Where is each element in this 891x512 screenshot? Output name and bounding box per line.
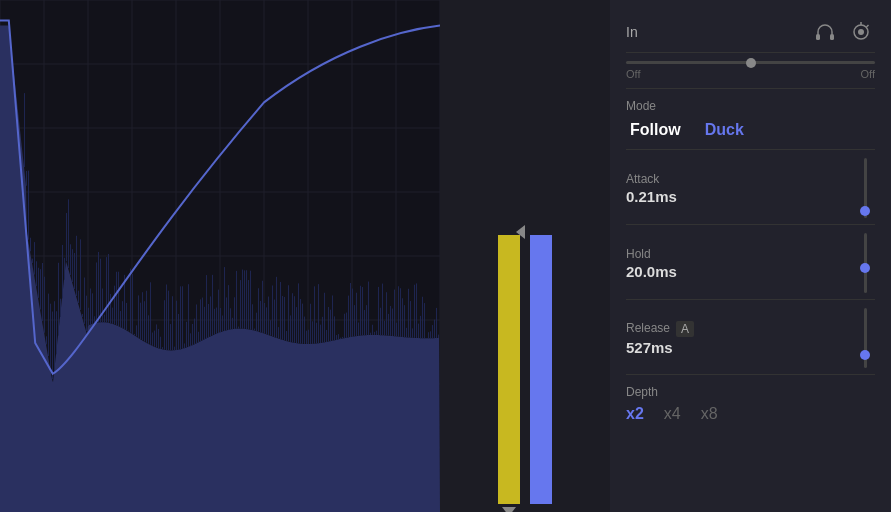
release-slider-track[interactable]	[864, 308, 867, 368]
off-labels: Off Off	[626, 68, 875, 89]
release-slider-thumb[interactable]	[860, 350, 870, 360]
release-header: Release A	[626, 321, 855, 337]
depth-section: Depth x2 x4 x8	[626, 375, 875, 429]
monitor-icon[interactable]	[847, 18, 875, 46]
hold-section: Hold 20.0ms	[626, 225, 875, 300]
blue-meter-bar	[530, 235, 552, 505]
main-slider-track[interactable]	[626, 61, 875, 64]
release-slider-container	[855, 308, 875, 368]
main-slider-thumb[interactable]	[746, 58, 756, 68]
follow-button[interactable]: Follow	[626, 119, 685, 141]
release-value: 527ms	[626, 339, 855, 356]
off-left-label: Off	[626, 68, 640, 80]
yellow-meter-bar	[498, 235, 520, 505]
duck-button[interactable]: Duck	[701, 119, 748, 141]
in-row: In	[626, 10, 875, 53]
bottom-arrow	[502, 507, 516, 512]
off-right-label: Off	[861, 68, 875, 80]
attack-section: Attack 0.21ms	[626, 150, 875, 225]
mode-section: Mode Follow Duck	[626, 89, 875, 150]
hold-slider-track[interactable]	[864, 233, 867, 293]
depth-label: Depth	[626, 385, 875, 399]
depth-x2-button[interactable]: x2	[626, 405, 644, 423]
svg-point-3	[858, 29, 864, 35]
slider-row	[626, 53, 875, 68]
waveform-canvas	[0, 0, 440, 512]
in-label: In	[626, 24, 638, 40]
headphone-icon[interactable]	[811, 18, 839, 46]
release-label: Release	[626, 321, 670, 335]
release-section: Release A 527ms	[626, 300, 875, 375]
attack-label: Attack	[626, 172, 855, 186]
svg-rect-1	[830, 34, 834, 40]
hold-slider-container	[855, 233, 875, 293]
depth-x4-button[interactable]: x4	[664, 405, 681, 423]
meters-area	[440, 0, 610, 512]
attack-slider-track[interactable]	[864, 158, 867, 218]
svg-rect-0	[816, 34, 820, 40]
hold-value: 20.0ms	[626, 263, 855, 280]
hold-slider-thumb[interactable]	[860, 263, 870, 273]
waveform-area	[0, 0, 440, 512]
hold-left: Hold 20.0ms	[626, 247, 855, 280]
attack-value: 0.21ms	[626, 188, 855, 205]
attack-left: Attack 0.21ms	[626, 172, 855, 205]
depth-buttons: x2 x4 x8	[626, 405, 875, 423]
controls-panel: In Off Off Mode	[610, 0, 891, 512]
auto-button[interactable]: A	[676, 321, 694, 337]
attack-slider-container	[855, 158, 875, 218]
depth-x8-button[interactable]: x8	[701, 405, 718, 423]
release-left: Release A 527ms	[626, 321, 855, 356]
mode-label: Mode	[626, 99, 875, 113]
hold-label: Hold	[626, 247, 855, 261]
mode-buttons: Follow Duck	[626, 119, 875, 141]
right-arrow	[516, 225, 525, 239]
svg-line-5	[867, 25, 869, 27]
attack-slider-thumb[interactable]	[860, 206, 870, 216]
